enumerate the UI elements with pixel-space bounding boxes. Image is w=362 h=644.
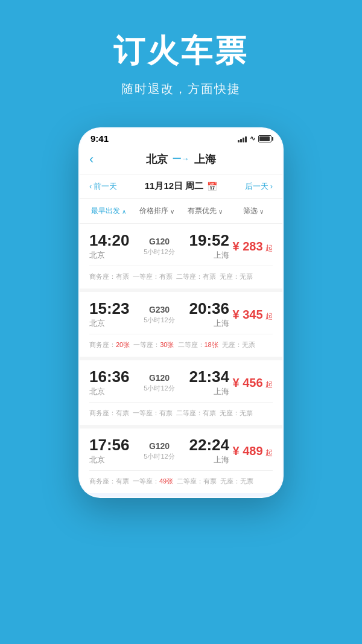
filter-earliest-label: 最早出发 [91,206,120,216]
price-suffix: 起 [265,448,273,457]
seats-row: 商务座：20张一等座：30张二等座：18张无座：无票 [89,334,273,349]
train-duration: 5小时12分 [130,452,189,461]
price-suffix: 起 [265,312,273,320]
train-main: 17:56 北京 G120 5小时12分 22:24 上海 ¥ 489 起 [89,437,273,465]
filter-bar: 最早出发 价格排序 有票优先 筛选 [80,199,282,224]
train-number: G120 [130,237,189,246]
depart-station: 北京 [89,386,130,397]
train-main: 14:20 北京 G120 5小时12分 19:52 上海 ¥ 283 起 [89,232,273,261]
price-section: ¥ 283 起 [229,240,273,253]
train-number: G230 [130,305,189,314]
train-duration: 5小时12分 [130,316,189,325]
train-center-info: G120 5小时12分 [130,441,189,461]
seats-row: 商务座：有票一等座：49张二等座：有票无座：无票 [89,470,273,486]
prev-day-label: 前一天 [94,181,117,192]
status-time: 9:41 [91,133,109,144]
next-day-label: 后一天 [245,181,268,192]
route-to: 上海 [194,152,216,167]
arrive-time: 22:24 [189,437,230,453]
seat-item: 二等座：有票 [176,272,216,281]
depart-info: 14:20 北京 [89,232,130,261]
price-section: ¥ 489 起 [229,444,273,458]
hero-section: 订火车票 随时退改，方面快捷 [0,0,362,115]
phone-frame: 9:41 ∿ ‹ 北京 一→ 上海 [78,127,284,498]
price-suffix: 起 [265,380,273,389]
next-day-button[interactable]: 后一天 › [245,181,273,192]
filter-screen-label: 筛选 [243,206,258,216]
train-card[interactable]: 16:36 北京 G120 5小时12分 21:34 上海 ¥ 456 起 商务… [80,360,282,425]
back-button[interactable]: ‹ [89,151,94,167]
train-duration: 5小时12分 [130,384,189,393]
train-center-info: G120 5小时12分 [130,237,189,257]
seat-item: 二等座：有票 [177,477,217,486]
status-bar: 9:41 ∿ [80,129,282,146]
train-card[interactable]: 14:20 北京 G120 5小时12分 19:52 上海 ¥ 283 起 商务… [80,224,282,289]
filter-price-label: 价格排序 [139,206,168,216]
filter-available[interactable]: 有票优先 [181,199,229,223]
depart-time: 14:20 [89,232,130,248]
depart-station: 北京 [89,318,130,329]
train-center-info: G120 5小时12分 [130,373,189,393]
status-icons: ∿ [238,135,272,142]
filter-price[interactable]: 价格排序 [133,199,181,223]
depart-info: 17:56 北京 [89,437,130,465]
seat-item: 无座：无票 [220,477,253,486]
seat-item: 二等座：有票 [176,409,216,418]
calendar-icon: 📅 [207,182,217,191]
train-list: 14:20 北京 G120 5小时12分 19:52 上海 ¥ 283 起 商务… [80,224,282,493]
seat-item: 商务座：20张 [89,340,130,349]
arrive-info: 20:36 上海 [189,301,230,329]
chevron-right-icon: › [270,182,273,191]
depart-station: 北京 [89,250,130,261]
arrive-info: 19:52 上海 [189,232,230,261]
arrive-time: 19:52 [189,232,230,248]
app-header: ‹ 北京 一→ 上海 [80,146,282,174]
ticket-price: ¥ 489 [232,444,262,457]
sort-down-icon-price [170,207,174,215]
seat-item: 商务座：有票 [89,272,129,281]
seat-item: 一等座：30张 [133,340,174,349]
battery-icon [258,135,272,142]
chevron-left-icon: ‹ [89,182,92,191]
price-section: ¥ 456 起 [229,376,273,390]
prev-day-button[interactable]: ‹ 前一天 [89,181,117,192]
train-main: 16:36 北京 G120 5小时12分 21:34 上海 ¥ 456 起 [89,369,273,397]
train-number: G120 [130,373,189,383]
depart-time: 16:36 [89,369,130,384]
seat-item: 无座：无票 [220,409,253,418]
seat-item: 商务座：有票 [89,409,129,418]
seat-item: 无座：无票 [220,272,253,281]
sort-down-icon-available [218,207,223,215]
hero-subtitle: 随时退改，方面快捷 [12,81,350,97]
filter-available-label: 有票优先 [188,206,217,216]
arrive-station: 上海 [189,250,230,261]
depart-info: 16:36 北京 [89,369,130,397]
arrive-station: 上海 [189,454,230,465]
seats-row: 商务座：有票一等座：有票二等座：有票无座：无票 [89,402,273,418]
train-main: 15:23 北京 G230 5小时12分 20:36 上海 ¥ 345 起 [89,301,273,329]
ticket-price: ¥ 283 [232,240,262,253]
wifi-icon: ∿ [250,135,255,142]
date-nav: ‹ 前一天 11月12日 周二 📅 后一天 › [80,174,282,199]
phone-wrapper: 9:41 ∿ ‹ 北京 一→ 上海 [0,115,362,498]
filter-earliest[interactable]: 最早出发 [84,199,133,223]
arrive-info: 22:24 上海 [189,437,230,465]
price-section: ¥ 345 起 [229,308,273,322]
ticket-price: ¥ 456 [232,376,262,389]
sort-up-icon [122,207,126,215]
sort-down-icon-screen [259,207,264,215]
price-suffix: 起 [265,244,273,252]
train-card[interactable]: 17:56 北京 G120 5小时12分 22:24 上海 ¥ 489 起 商务… [80,429,282,493]
seat-item: 二等座：18张 [178,340,218,349]
hero-title: 订火车票 [12,30,350,72]
train-card[interactable]: 15:23 北京 G230 5小时12分 20:36 上海 ¥ 345 起 商务… [80,292,282,357]
filter-screen[interactable]: 筛选 [229,199,278,223]
arrive-time: 21:34 [189,369,230,384]
depart-time: 17:56 [89,437,130,453]
route-from: 北京 [146,152,168,167]
seat-item: 无座：无票 [222,340,255,349]
ticket-price: ¥ 345 [232,308,262,321]
seats-row: 商务座：有票一等座：有票二等座：有票无座：无票 [89,266,273,281]
arrive-station: 上海 [189,318,230,329]
date-text: 11月12日 周二 [145,180,204,192]
